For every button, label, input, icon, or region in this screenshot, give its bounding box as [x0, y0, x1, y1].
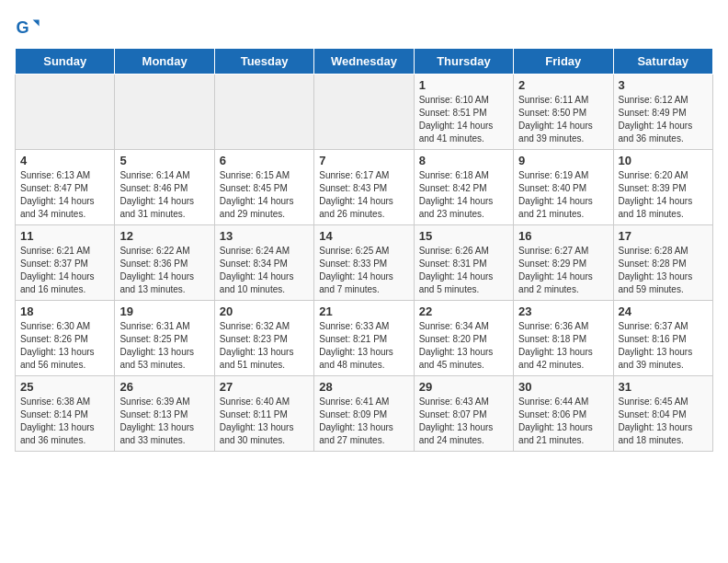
day-info: Sunrise: 6:37 AM Sunset: 8:16 PM Dayligh…: [619, 320, 708, 372]
calendar-cell: 31Sunrise: 6:45 AM Sunset: 8:04 PM Dayli…: [613, 376, 712, 452]
day-info: Sunrise: 6:18 AM Sunset: 8:42 PM Dayligh…: [419, 169, 508, 221]
calendar-week-4: 18Sunrise: 6:30 AM Sunset: 8:26 PM Dayli…: [16, 301, 713, 376]
day-info: Sunrise: 6:15 AM Sunset: 8:45 PM Dayligh…: [220, 169, 309, 221]
day-info: Sunrise: 6:41 AM Sunset: 8:09 PM Dayligh…: [319, 396, 408, 447]
calendar-header-row: SundayMondayTuesdayWednesdayThursdayFrid…: [16, 49, 713, 75]
day-info: Sunrise: 6:39 AM Sunset: 8:13 PM Dayligh…: [119, 396, 209, 447]
day-number: 31: [619, 380, 708, 394]
day-number: 3: [619, 78, 708, 92]
calendar-cell: 20Sunrise: 6:32 AM Sunset: 8:23 PM Dayli…: [214, 301, 313, 376]
calendar-week-1: 1Sunrise: 6:10 AM Sunset: 8:51 PM Daylig…: [16, 75, 713, 150]
calendar-cell: 9Sunrise: 6:19 AM Sunset: 8:40 PM Daylig…: [514, 150, 613, 225]
day-number: 14: [319, 229, 408, 243]
day-number: 10: [619, 154, 708, 167]
day-info: Sunrise: 6:38 AM Sunset: 8:14 PM Dayligh…: [20, 396, 109, 447]
calendar-cell: 24Sunrise: 6:37 AM Sunset: 8:16 PM Dayli…: [613, 301, 712, 376]
day-info: Sunrise: 6:32 AM Sunset: 8:23 PM Dayligh…: [220, 320, 309, 372]
day-number: 28: [319, 380, 408, 394]
day-info: Sunrise: 6:43 AM Sunset: 8:07 PM Dayligh…: [419, 396, 508, 447]
day-number: 12: [119, 229, 209, 243]
day-number: 20: [220, 304, 309, 318]
day-info: Sunrise: 6:17 AM Sunset: 8:43 PM Dayligh…: [319, 169, 408, 221]
day-info: Sunrise: 6:40 AM Sunset: 8:11 PM Dayligh…: [220, 396, 309, 447]
day-info: Sunrise: 6:21 AM Sunset: 8:37 PM Dayligh…: [20, 245, 109, 296]
day-info: Sunrise: 6:20 AM Sunset: 8:39 PM Dayligh…: [619, 169, 708, 221]
day-number: 26: [119, 380, 209, 394]
day-info: Sunrise: 6:14 AM Sunset: 8:46 PM Dayligh…: [119, 169, 209, 221]
day-number: 7: [319, 154, 408, 167]
calendar-cell: 5Sunrise: 6:14 AM Sunset: 8:46 PM Daylig…: [115, 150, 214, 225]
calendar-cell: 4Sunrise: 6:13 AM Sunset: 8:47 PM Daylig…: [16, 150, 115, 225]
calendar-week-2: 4Sunrise: 6:13 AM Sunset: 8:47 PM Daylig…: [16, 150, 713, 225]
logo: G: [15, 15, 44, 40]
calendar-cell: [214, 75, 313, 150]
day-info: Sunrise: 6:25 AM Sunset: 8:33 PM Dayligh…: [319, 245, 408, 296]
calendar-cell: 27Sunrise: 6:40 AM Sunset: 8:11 PM Dayli…: [214, 376, 313, 452]
calendar-cell: 17Sunrise: 6:28 AM Sunset: 8:28 PM Dayli…: [613, 225, 712, 301]
calendar-cell: 26Sunrise: 6:39 AM Sunset: 8:13 PM Dayli…: [115, 376, 214, 452]
calendar-cell: 10Sunrise: 6:20 AM Sunset: 8:39 PM Dayli…: [613, 150, 712, 225]
calendar-cell: [16, 75, 115, 150]
day-number: 18: [20, 304, 109, 318]
day-info: Sunrise: 6:22 AM Sunset: 8:36 PM Dayligh…: [119, 245, 209, 296]
day-number: 1: [419, 78, 508, 92]
column-header-saturday: Saturday: [613, 49, 712, 75]
day-number: 21: [319, 304, 408, 318]
day-number: 17: [619, 229, 708, 243]
calendar-cell: 1Sunrise: 6:10 AM Sunset: 8:51 PM Daylig…: [414, 75, 513, 150]
day-number: 23: [518, 304, 608, 318]
day-info: Sunrise: 6:13 AM Sunset: 8:47 PM Dayligh…: [20, 169, 109, 221]
calendar-cell: 30Sunrise: 6:44 AM Sunset: 8:06 PM Dayli…: [514, 376, 613, 452]
calendar-cell: 6Sunrise: 6:15 AM Sunset: 8:45 PM Daylig…: [214, 150, 313, 225]
day-info: Sunrise: 6:33 AM Sunset: 8:21 PM Dayligh…: [319, 320, 408, 372]
day-number: 29: [419, 380, 508, 394]
day-info: Sunrise: 6:31 AM Sunset: 8:25 PM Dayligh…: [119, 320, 209, 372]
day-number: 27: [220, 380, 309, 394]
calendar-cell: 11Sunrise: 6:21 AM Sunset: 8:37 PM Dayli…: [16, 225, 115, 301]
day-number: 9: [518, 154, 608, 167]
column-header-monday: Monday: [115, 49, 214, 75]
day-number: 19: [119, 304, 209, 318]
column-header-thursday: Thursday: [414, 49, 513, 75]
day-info: Sunrise: 6:12 AM Sunset: 8:49 PM Dayligh…: [619, 94, 708, 145]
calendar-cell: 12Sunrise: 6:22 AM Sunset: 8:36 PM Dayli…: [115, 225, 214, 301]
day-info: Sunrise: 6:45 AM Sunset: 8:04 PM Dayligh…: [619, 396, 708, 447]
day-info: Sunrise: 6:10 AM Sunset: 8:51 PM Dayligh…: [419, 94, 508, 145]
day-info: Sunrise: 6:19 AM Sunset: 8:40 PM Dayligh…: [518, 169, 608, 221]
calendar-cell: 19Sunrise: 6:31 AM Sunset: 8:25 PM Dayli…: [115, 301, 214, 376]
day-number: 13: [220, 229, 309, 243]
day-info: Sunrise: 6:11 AM Sunset: 8:50 PM Dayligh…: [518, 94, 608, 145]
day-number: 2: [518, 78, 608, 92]
svg-marker-1: [33, 20, 40, 27]
svg-text:G: G: [16, 18, 28, 37]
column-header-wednesday: Wednesday: [314, 49, 414, 75]
calendar-cell: 8Sunrise: 6:18 AM Sunset: 8:42 PM Daylig…: [414, 150, 513, 225]
day-number: 6: [220, 154, 309, 167]
day-number: 22: [419, 304, 508, 318]
calendar-cell: 14Sunrise: 6:25 AM Sunset: 8:33 PM Dayli…: [314, 225, 414, 301]
day-info: Sunrise: 6:28 AM Sunset: 8:28 PM Dayligh…: [619, 245, 708, 296]
day-info: Sunrise: 6:44 AM Sunset: 8:06 PM Dayligh…: [518, 396, 608, 447]
calendar-week-5: 25Sunrise: 6:38 AM Sunset: 8:14 PM Dayli…: [16, 376, 713, 452]
calendar-cell: 25Sunrise: 6:38 AM Sunset: 8:14 PM Dayli…: [16, 376, 115, 452]
calendar-cell: 28Sunrise: 6:41 AM Sunset: 8:09 PM Dayli…: [314, 376, 414, 452]
calendar-cell: 7Sunrise: 6:17 AM Sunset: 8:43 PM Daylig…: [314, 150, 414, 225]
day-info: Sunrise: 6:27 AM Sunset: 8:29 PM Dayligh…: [518, 245, 608, 296]
calendar-cell: 3Sunrise: 6:12 AM Sunset: 8:49 PM Daylig…: [613, 75, 712, 150]
day-number: 15: [419, 229, 508, 243]
calendar-table: SundayMondayTuesdayWednesdayThursdayFrid…: [15, 48, 713, 452]
calendar-cell: [314, 75, 414, 150]
day-number: 25: [20, 380, 109, 394]
day-info: Sunrise: 6:30 AM Sunset: 8:26 PM Dayligh…: [20, 320, 109, 372]
day-number: 8: [419, 154, 508, 167]
calendar-cell: 22Sunrise: 6:34 AM Sunset: 8:20 PM Dayli…: [414, 301, 513, 376]
day-info: Sunrise: 6:34 AM Sunset: 8:20 PM Dayligh…: [419, 320, 508, 372]
calendar-cell: 15Sunrise: 6:26 AM Sunset: 8:31 PM Dayli…: [414, 225, 513, 301]
day-number: 5: [119, 154, 209, 167]
calendar-cell: [115, 75, 214, 150]
day-number: 24: [619, 304, 708, 318]
day-number: 16: [518, 229, 608, 243]
column-header-sunday: Sunday: [16, 49, 115, 75]
calendar-cell: 21Sunrise: 6:33 AM Sunset: 8:21 PM Dayli…: [314, 301, 414, 376]
day-number: 30: [518, 380, 608, 394]
